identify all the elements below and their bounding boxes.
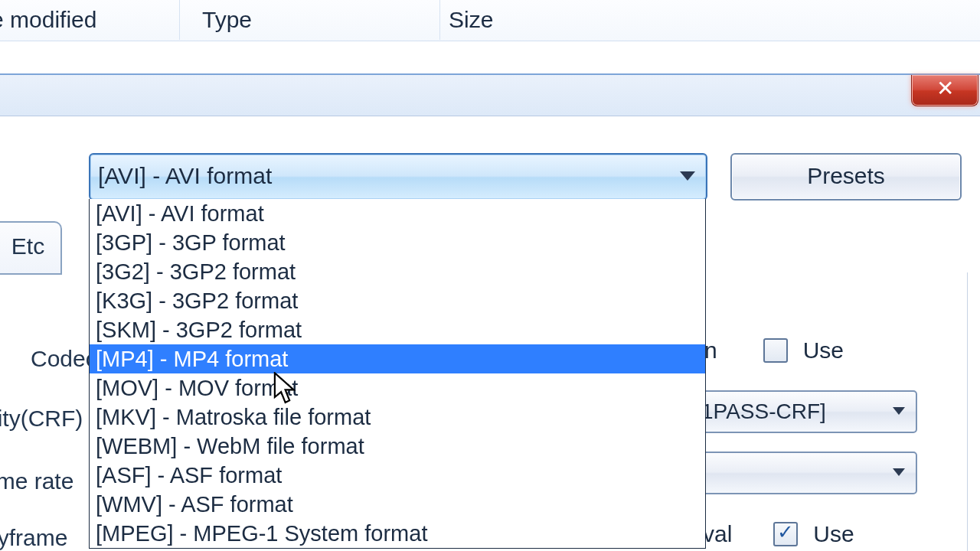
format-option-mov[interactable]: [MOV] - MOV format [90,373,705,403]
format-option-webm[interactable]: [WEBM] - WebM file format [90,432,705,461]
tab-etc-label: Etc [11,233,44,259]
keyframe-label: eyframe [0,525,67,551]
keyframe-row-right: val Use [703,511,854,551]
format-option-mkv[interactable]: [MKV] - Matroska file format [90,403,705,432]
format-option-mp4[interactable]: [MP4] - MP4 format [90,344,705,373]
codec-label: Codec [31,346,97,372]
codec-use-checkbox[interactable] [763,338,788,363]
codec-value-suffix: n [704,337,717,364]
keyframe-use-checkbox[interactable] [773,522,798,546]
format-option-wmv[interactable]: [WMV] - ASF format [90,490,705,519]
framerate-label: ame rate [0,468,74,494]
explorer-columns-header: e modified Type Size [0,0,980,41]
keyframe-use-label: Use [813,521,854,547]
format-option-avi[interactable]: [AVI] - AVI format [90,199,705,228]
codec-row-right: n Use [704,328,844,373]
settings-groupbox-border [967,272,968,551]
window-close-button[interactable]: ✕ [911,75,978,106]
format-option-3g2[interactable]: [3G2] - 3GP2 format [90,257,705,286]
keyframe-value-suffix: val [703,521,732,547]
tab-etc[interactable]: Etc [0,221,62,275]
column-size[interactable]: Size [441,0,678,40]
format-option-asf[interactable]: [ASF] - ASF format [90,461,705,490]
pass-mode-value: 1PASS-CRF] [701,399,826,424]
pass-mode-combobox[interactable]: 1PASS-CRF] [691,390,917,433]
pass-row-right: 1PASS-CRF] [691,389,917,435]
format-option-skm[interactable]: [SKM] - 3GP2 format [90,315,705,344]
chevron-down-icon [893,407,905,415]
output-format-combobox[interactable]: [AVI] - AVI format [89,153,707,201]
format-option-3gp[interactable]: [3GP] - 3GP format [90,228,705,257]
output-format-selected: [AVI] - AVI format [98,155,272,197]
presets-button-label: Presets [807,163,885,188]
chevron-down-icon [893,468,905,476]
close-icon: ✕ [936,77,954,100]
codec-use-label: Use [803,337,844,364]
chevron-down-icon [680,171,695,181]
column-date-modified[interactable]: e modified [0,0,180,40]
format-option-mpeg[interactable]: [MPEG] - MPEG-1 System format [90,519,705,548]
output-format-listbox[interactable]: [AVI] - AVI format [3GP] - 3GP format [3… [89,199,706,549]
crf-label: lity(CRF) [0,406,83,432]
format-option-k3g[interactable]: [K3G] - 3GP2 format [90,286,705,315]
dialog-titlebar[interactable]: ✕ [0,75,980,116]
presets-button[interactable]: Presets [730,153,962,201]
column-type[interactable]: Type [194,0,440,40]
